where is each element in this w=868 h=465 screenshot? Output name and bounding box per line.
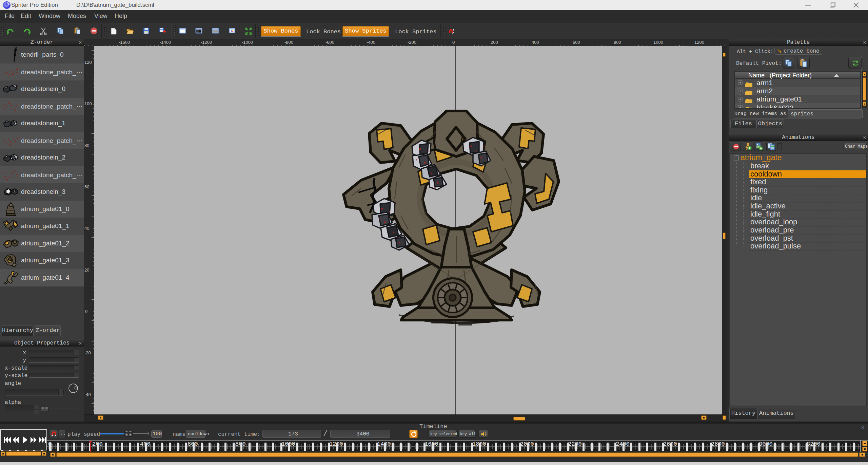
svg-text:cooldown: cooldown — [750, 170, 782, 178]
svg-text:overload_pst: overload_pst — [750, 234, 793, 242]
svg-text:overload_loop: overload_loop — [750, 218, 797, 226]
svg-text:atrium_gate01: atrium_gate01 — [756, 95, 802, 103]
svg-text:fixing: fixing — [750, 186, 768, 194]
svg-text:atrium_gate: atrium_gate — [741, 154, 782, 162]
svg-text:overload_pulse: overload_pulse — [750, 242, 801, 250]
svg-text:fixed: fixed — [750, 178, 766, 186]
svg-text:idle_fight: idle_fight — [750, 210, 780, 218]
svg-text:idle_active: idle_active — [750, 202, 786, 210]
svg-text:break: break — [750, 162, 769, 170]
svg-text:arm2: arm2 — [756, 87, 773, 95]
svg-text:arm1: arm1 — [756, 79, 773, 87]
svg-text:black&#022: black&#022 — [756, 104, 794, 109]
svg-text:overload_pre: overload_pre — [750, 226, 794, 234]
svg-text:idle: idle — [750, 193, 762, 202]
